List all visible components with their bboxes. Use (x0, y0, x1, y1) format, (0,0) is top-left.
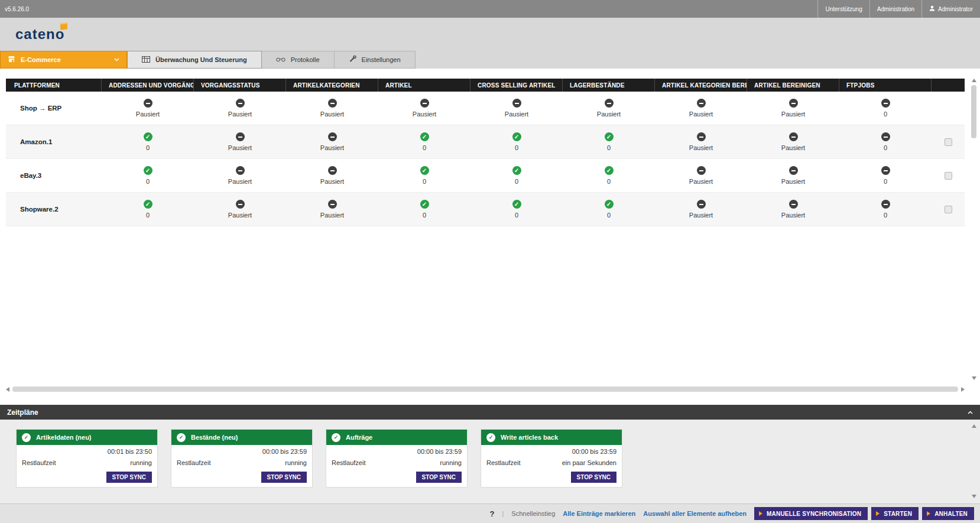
select-cell (932, 193, 965, 226)
scrollbar-thumb[interactable] (12, 386, 958, 392)
scrollbar-thumb[interactable] (971, 85, 976, 138)
column-header[interactable]: ARTIKEL BEREINIGEN (747, 79, 839, 92)
glasses-icon (276, 56, 285, 63)
schedule-card-body: 00:00 bis 23:59Restlaufzeitein paar Seku… (481, 445, 622, 487)
stop-label: ANHALTEN (934, 511, 968, 517)
status-cell: Pausiert (747, 159, 839, 192)
schedule-cards: ✓Artikeldaten (neu)00:01 bis 23:50Restla… (0, 420, 980, 487)
status-ok-icon (605, 200, 614, 209)
status-label: Pausiert (228, 111, 252, 118)
status-label: 0 (423, 212, 426, 219)
manual-sync-label: MANUELLE SYNCHRONISATION (767, 511, 861, 517)
table-header: PLATTFORMENADDRESSEN UND VORGÄNGEVORGANG… (6, 79, 965, 92)
row-checkbox[interactable] (945, 206, 952, 213)
status-label: Pausiert (320, 212, 344, 219)
column-header[interactable]: ARTIKELKATEGORIEN (286, 79, 378, 92)
tab-protokolle[interactable]: Protokolle (262, 51, 335, 69)
column-header-select (932, 79, 965, 92)
stop-sync-button[interactable]: STOP SYNC (416, 472, 462, 483)
schedule-title: Artikeldaten (neu) (36, 434, 92, 441)
schedule-card-header: ✓Bestände (neu) (171, 430, 312, 445)
stop-button[interactable]: ANHALTEN (922, 507, 974, 520)
shop-icon (8, 56, 15, 64)
schedules-scrollbar[interactable] (970, 424, 978, 498)
column-header[interactable]: ADDRESSEN UND VORGÄNGE (102, 79, 194, 92)
module-dropdown[interactable]: E-Commerce (0, 51, 127, 69)
schedules-panel: Zeitpläne ✓Artikeldaten (neu)00:01 bis 2… (0, 405, 980, 503)
schedule-title: Aufträge (346, 434, 372, 441)
tab-einstellungen[interactable]: Einstellungen (335, 51, 416, 69)
status-paused-icon (144, 99, 152, 108)
select-all-link[interactable]: Alle Einträge markieren (563, 510, 635, 517)
column-header[interactable]: ARTIKEL KATEGORIEN BEREINIG.. (655, 79, 747, 92)
select-cell (932, 125, 965, 158)
logo-text: cateno (15, 26, 64, 42)
table-body: Shop → ERPPausiertPausiertPausiertPausie… (6, 92, 965, 226)
column-header[interactable]: LAGERBESTÄNDE (563, 79, 655, 92)
start-button[interactable]: STARTEN (871, 507, 919, 520)
status-cell: Pausiert (286, 193, 378, 226)
status-label: Pausiert (781, 144, 805, 151)
row-checkbox[interactable] (945, 172, 952, 180)
status-label: Pausiert (781, 111, 805, 118)
help-button[interactable]: ? (490, 509, 495, 518)
column-header[interactable]: VORGANGSSTATUS (194, 79, 286, 92)
status-label: Pausiert (781, 178, 805, 185)
stop-sync-button[interactable]: STOP SYNC (106, 472, 152, 483)
column-header[interactable]: CROSS SELLING ARTIKEL (470, 79, 563, 92)
play-icon (759, 511, 762, 516)
scroll-down-icon[interactable] (972, 376, 976, 380)
status-cell: 0 (839, 159, 932, 192)
status-cell: Pausiert (563, 92, 655, 125)
scroll-down-icon[interactable] (972, 495, 976, 498)
user-menu[interactable]: Administrator (921, 0, 980, 18)
check-circle-icon: ✓ (486, 433, 495, 442)
user-icon (929, 5, 935, 12)
stop-sync-button[interactable]: STOP SYNC (261, 472, 307, 483)
vertical-scrollbar[interactable] (970, 79, 978, 380)
manual-sync-button[interactable]: MANUELLE SYNCHRONISATION (754, 507, 868, 520)
column-header[interactable]: FTPJOBS (839, 79, 932, 92)
horizontal-scrollbar[interactable] (6, 385, 965, 393)
schedule-title: Write articles back (501, 434, 558, 441)
scroll-right-icon[interactable] (961, 387, 965, 392)
scroll-up-icon[interactable] (972, 79, 976, 82)
status-label: Pausiert (136, 111, 160, 118)
status-label: 0 (884, 111, 887, 118)
collapse-chevron-icon[interactable] (968, 411, 973, 414)
schedule-card-body: 00:00 bis 23:59RestlaufzeitrunningSTOP S… (326, 445, 467, 487)
status-paused-icon (236, 99, 245, 108)
column-header[interactable]: ARTIKEL (378, 79, 470, 92)
tab-ueberwachung[interactable]: Überwachung Und Steuerung (127, 51, 262, 69)
status-label: 0 (423, 178, 426, 185)
stop-sync-button[interactable]: STOP SYNC (571, 472, 616, 483)
support-link[interactable]: Unterstützung (817, 0, 869, 18)
administration-link[interactable]: Administration (869, 0, 921, 18)
status-paused-icon (789, 99, 798, 108)
status-paused-icon (605, 99, 614, 108)
scroll-up-icon[interactable] (972, 424, 976, 428)
status-label: Pausiert (505, 111, 528, 118)
table-row: Shopware.20PausiertPausiert000PausiertPa… (6, 193, 965, 226)
status-label: 0 (515, 144, 518, 151)
status-label: Pausiert (689, 111, 713, 118)
status-label: 0 (146, 144, 150, 151)
status-label: 0 (607, 178, 611, 185)
deselect-all-link[interactable]: Auswahl aller Elemente aufheben (643, 510, 747, 517)
status-ok-icon (420, 166, 429, 175)
status-paused-icon (881, 132, 890, 141)
select-cell (932, 92, 965, 125)
row-checkbox[interactable] (945, 138, 952, 146)
topbar-menu: Unterstützung Administration Administrat… (817, 0, 980, 18)
tab-label: Überwachung Und Steuerung (155, 56, 247, 63)
status-paused-icon (697, 99, 706, 108)
top-bar: v5.6.26.0 Unterstützung Administration A… (0, 0, 980, 18)
column-header[interactable]: PLATTFORMEN (6, 79, 102, 92)
scroll-left-icon[interactable] (6, 387, 9, 392)
status-cell: Pausiert (194, 125, 286, 158)
remaining-label: Restlaufzeit (332, 459, 365, 466)
status-paused-icon (420, 99, 429, 108)
status-cell: 0 (839, 92, 932, 125)
status-cell: Pausiert (655, 159, 747, 192)
status-label: Pausiert (413, 111, 436, 118)
